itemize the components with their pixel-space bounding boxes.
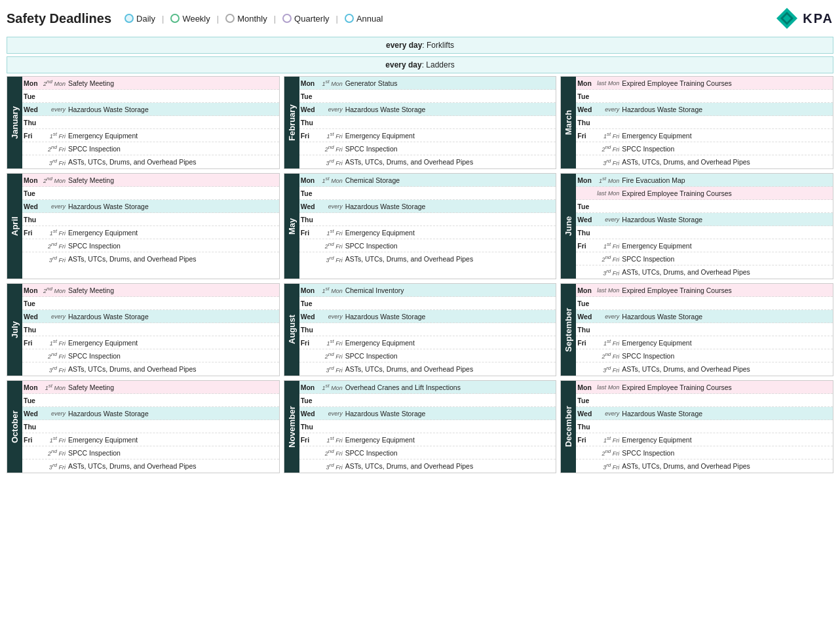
- day-label: Mon: [24, 383, 42, 391]
- month-row-item[interactable]: 2nd FriSPCC Inspection: [299, 142, 556, 155]
- month-row-item[interactable]: Fri1st FriEmergency Equipment: [22, 433, 279, 446]
- month-row-item[interactable]: Tue: [576, 297, 833, 310]
- day-label: Thu: [301, 119, 319, 127]
- month-row-item[interactable]: 2nd FriSPCC Inspection: [22, 142, 279, 155]
- month-row-item[interactable]: Mon2nd MonSafety Meeting: [22, 174, 279, 187]
- month-row-item[interactable]: 2nd FriSPCC Inspection: [22, 349, 279, 362]
- month-row-item[interactable]: Monlast MonExpired Employee Training Cou…: [576, 381, 833, 394]
- legend-quarterly[interactable]: Quarterly: [282, 14, 329, 24]
- month-row-item[interactable]: 3rd FriASTs, UTCs, Drums, and Overhead P…: [299, 252, 556, 265]
- month-row-item[interactable]: Tue: [299, 297, 556, 310]
- month-row-item[interactable]: 3rd FriASTs, UTCs, Drums, and Overhead P…: [576, 362, 833, 376]
- legend-weekly[interactable]: Weekly: [170, 14, 210, 24]
- month-row-item[interactable]: Mon2nd MonSafety Meeting: [22, 284, 279, 297]
- month-row-item[interactable]: Thu: [576, 420, 833, 433]
- month-row-item[interactable]: Fri1st FriEmergency Equipment: [22, 226, 279, 239]
- legend-monthly[interactable]: Monthly: [225, 14, 267, 24]
- month-row-item[interactable]: Tue: [576, 90, 833, 103]
- occurrence-label: every: [319, 313, 345, 320]
- month-row-item[interactable]: 2nd FriSPCC Inspection: [576, 142, 833, 155]
- month-row-item[interactable]: WedeveryHazardous Waste Storage: [576, 213, 833, 226]
- month-row-item[interactable]: Thu: [22, 116, 279, 129]
- month-content-november: Mon1st MonOverhead Cranes and Lift Inspe…: [299, 381, 556, 473]
- legend-daily[interactable]: Daily: [124, 14, 155, 24]
- month-row-item[interactable]: 3rd FriASTs, UTCs, Drums, and Overhead P…: [22, 459, 279, 473]
- month-row-item[interactable]: WedeveryHazardous Waste Storage: [299, 200, 556, 213]
- month-row-item[interactable]: Thu: [299, 116, 556, 129]
- month-row-item[interactable]: WedeveryHazardous Waste Storage: [299, 103, 556, 116]
- month-row-item[interactable]: Tue: [22, 90, 279, 103]
- month-row-item[interactable]: Mon1st MonChemical Storage: [299, 174, 556, 187]
- month-row-item[interactable]: 3rd FriASTs, UTCs, Drums, and Overhead P…: [576, 459, 833, 473]
- month-row-item[interactable]: last MonExpired Employee Training Course…: [576, 187, 833, 200]
- month-row-item[interactable]: WedeveryHazardous Waste Storage: [22, 407, 279, 420]
- month-row-item[interactable]: Fri1st FriEmergency Equipment: [299, 226, 556, 239]
- month-row-item[interactable]: Tue: [576, 200, 833, 213]
- month-row-item[interactable]: WedeveryHazardous Waste Storage: [299, 310, 556, 323]
- month-row-item[interactable]: 3rd FriASTs, UTCs, Drums, and Overhead P…: [299, 362, 556, 376]
- month-row-item[interactable]: 3rd FriASTs, UTCs, Drums, and Overhead P…: [299, 155, 556, 168]
- month-row-item[interactable]: Thu: [299, 213, 556, 226]
- month-row-item[interactable]: 3rd FriASTs, UTCs, Drums, and Overhead P…: [22, 155, 279, 168]
- month-row-item[interactable]: 3rd FriASTs, UTCs, Drums, and Overhead P…: [22, 362, 279, 376]
- month-row-item[interactable]: Mon1st MonSafety Meeting: [22, 381, 279, 394]
- month-row-item[interactable]: 3rd FriASTs, UTCs, Drums, and Overhead P…: [576, 155, 833, 168]
- month-row-item[interactable]: Thu: [299, 420, 556, 433]
- month-row-item[interactable]: Fri1st FriEmergency Equipment: [22, 336, 279, 349]
- day-label: Tue: [24, 300, 42, 307]
- month-row-item[interactable]: 2nd FriSPCC Inspection: [576, 446, 833, 459]
- task-name: Expired Employee Training Courses: [622, 286, 831, 294]
- legend-annual[interactable]: Annual: [345, 14, 383, 24]
- occurrence-label: 1st Mon: [319, 176, 345, 184]
- month-row-item[interactable]: 2nd FriSPCC Inspection: [299, 239, 556, 252]
- month-row-item[interactable]: WedeveryHazardous Waste Storage: [576, 310, 833, 323]
- month-row-item[interactable]: Tue: [299, 90, 556, 103]
- task-name: Emergency Equipment: [68, 436, 278, 444]
- month-row-item[interactable]: 3rd FriASTs, UTCs, Drums, and Overhead P…: [299, 459, 556, 473]
- month-row-item[interactable]: Mon1st MonChemical Inventory: [299, 284, 556, 297]
- month-row-item[interactable]: 2nd FriSPCC Inspection: [22, 239, 279, 252]
- month-row-item[interactable]: Mon1st MonGenerator Status: [299, 77, 556, 90]
- month-row-item[interactable]: Tue: [22, 394, 279, 407]
- month-row-item[interactable]: Fri1st FriEmergency Equipment: [576, 129, 833, 142]
- month-row-item[interactable]: Thu: [576, 226, 833, 239]
- month-row-item[interactable]: Fri1st FriEmergency Equipment: [576, 239, 833, 252]
- month-row-item[interactable]: Mon1st MonFire Evacuation Map: [576, 174, 833, 187]
- month-row-item[interactable]: Thu: [576, 323, 833, 336]
- month-row-item[interactable]: WedeveryHazardous Waste Storage: [22, 310, 279, 323]
- month-row-item[interactable]: Thu: [22, 420, 279, 433]
- month-row-item[interactable]: Thu: [22, 213, 279, 226]
- month-row-item[interactable]: Thu: [299, 323, 556, 336]
- month-row-item[interactable]: Tue: [576, 394, 833, 407]
- month-row-item[interactable]: 3rd FriASTs, UTCs, Drums, and Overhead P…: [576, 265, 833, 279]
- month-row-item[interactable]: 2nd FriSPCC Inspection: [576, 349, 833, 362]
- month-row-item[interactable]: WedeveryHazardous Waste Storage: [22, 103, 279, 116]
- month-row-item[interactable]: Tue: [22, 187, 279, 200]
- month-row-item[interactable]: 2nd FriSPCC Inspection: [299, 446, 556, 459]
- month-row-item[interactable]: WedeveryHazardous Waste Storage: [299, 407, 556, 420]
- month-row-item[interactable]: Thu: [22, 323, 279, 336]
- month-row-item[interactable]: WedeveryHazardous Waste Storage: [576, 103, 833, 116]
- month-row-item[interactable]: 2nd FriSPCC Inspection: [22, 446, 279, 459]
- month-row-item[interactable]: Fri1st FriEmergency Equipment: [299, 129, 556, 142]
- month-row-item[interactable]: Mon2nd MonSafety Meeting: [22, 77, 279, 90]
- month-row-item[interactable]: 3rd FriASTs, UTCs, Drums, and Overhead P…: [22, 252, 279, 265]
- month-row-item[interactable]: WedeveryHazardous Waste Storage: [22, 200, 279, 213]
- day-label: Wed: [577, 313, 596, 321]
- month-row-item[interactable]: Fri1st FriEmergency Equipment: [22, 129, 279, 142]
- month-row-item[interactable]: Tue: [299, 394, 556, 407]
- month-row-item[interactable]: Monlast MonExpired Employee Training Cou…: [576, 284, 833, 297]
- month-row-item[interactable]: Thu: [576, 116, 833, 129]
- month-row-item[interactable]: Fri1st FriEmergency Equipment: [299, 336, 556, 349]
- month-row-item[interactable]: WedeveryHazardous Waste Storage: [576, 407, 833, 420]
- month-row-item[interactable]: 2nd FriSPCC Inspection: [299, 349, 556, 362]
- month-row-item[interactable]: Fri1st FriEmergency Equipment: [299, 433, 556, 446]
- month-row-item[interactable]: Fri1st FriEmergency Equipment: [576, 433, 833, 446]
- occurrence-label: last Mon: [596, 287, 622, 294]
- month-row-item[interactable]: 2nd FriSPCC Inspection: [576, 252, 833, 265]
- month-row-item[interactable]: Fri1st FriEmergency Equipment: [576, 336, 833, 349]
- month-row-item[interactable]: Tue: [299, 187, 556, 200]
- month-row-item[interactable]: Tue: [22, 297, 279, 310]
- month-row-item[interactable]: Monlast MonExpired Employee Training Cou…: [576, 77, 833, 90]
- month-row-item[interactable]: Mon1st MonOverhead Cranes and Lift Inspe…: [299, 381, 556, 394]
